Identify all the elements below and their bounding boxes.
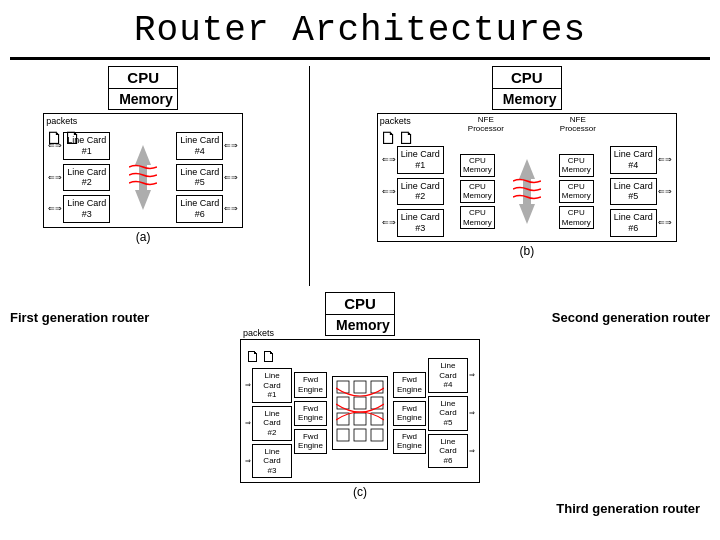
arrow-icon: ⇐⇒ [382, 218, 396, 227]
gen2-cpumem2: CPUMemory [460, 180, 495, 203]
gen1-cpu-label: CPU [109, 67, 177, 89]
arrow-icon: ⇐⇒ [658, 218, 672, 227]
gen3-fwd-left: FwdEngine FwdEngine FwdEngine [294, 372, 327, 454]
gen3-fwd4: FwdEngine [393, 372, 426, 397]
gen1-arch-label: (a) [43, 230, 243, 244]
gen2-diagram: CPU Memory packets 🗋🗋 NFEProcessor NFEPr… [377, 66, 677, 258]
svg-rect-5 [337, 397, 349, 409]
svg-rect-3 [354, 381, 366, 393]
gen3-diagram: CPU Memory packets 🗋🗋 ⇒ L [240, 292, 480, 499]
gen1-cpu-mem: CPU Memory [108, 66, 178, 110]
arrow-icon: ⇐⇒ [224, 141, 238, 150]
gen1-lc6: Line Card#6 [176, 195, 223, 223]
arrow-icon: ⇒ [245, 419, 251, 427]
arrow-icon: ⇐⇒ [658, 155, 672, 164]
svg-rect-13 [371, 429, 383, 441]
svg-rect-4 [371, 381, 383, 393]
arrow-icon: ⇐⇒ [382, 187, 396, 196]
gen2-lc6: Line Card#6 [610, 209, 657, 237]
arrow-icon: ⇒ [469, 447, 475, 455]
gen2-cpu-label: CPU [493, 67, 561, 89]
gen1-center-arrow [129, 145, 157, 210]
gen3-arch-label: (c) [240, 485, 480, 499]
gen3-fwd5: FwdEngine [393, 401, 426, 426]
gen3-lc6: Line Card#6 [428, 434, 468, 469]
gen1-lc5: Line Card#5 [176, 164, 223, 192]
arrow-icon: ⇐⇒ [48, 173, 62, 182]
arrow-icon: ⇒ [469, 409, 475, 417]
svg-rect-9 [354, 413, 366, 425]
gen2-nfe1-label: NFEProcessor [468, 116, 504, 134]
gen2-arch-label: (b) [377, 244, 677, 258]
arrow-icon: ⇐⇒ [224, 204, 238, 213]
gen2-lc2: Line Card#2 [397, 178, 444, 206]
arrow-icon: ⇐⇒ [382, 155, 396, 164]
gen3-lc1: Line Card#1 [252, 368, 292, 403]
gen1-mem-label: Memory [109, 89, 177, 109]
gen2-mem-label: Memory [493, 89, 561, 109]
gen1-lc3: Line Card#3 [63, 195, 110, 223]
gen3-fwd3: FwdEngine [294, 429, 327, 454]
gen3-fwd6: FwdEngine [393, 429, 426, 454]
gen1-packets-label: packets [46, 116, 82, 126]
gen2-cpu-mem: CPU Memory [492, 66, 562, 110]
gen2-left-cards: ⇐⇒ Line Card#1 ⇐⇒ Line Card#2 ⇐⇒ Line Ca… [382, 146, 444, 237]
gen1-lc4: Line Card#4 [176, 132, 223, 160]
gen2-packets-label: packets [380, 116, 416, 126]
svg-marker-1 [519, 159, 535, 224]
gen3-lc4: Line Card#4 [428, 358, 468, 393]
gen2-cpu-cards-right: CPUMemory CPUMemory CPUMemory [559, 154, 594, 230]
gen3-fwd1: FwdEngine [294, 372, 327, 397]
gen3-label: Third generation router [556, 501, 700, 516]
gen2-cpumem3: CPUMemory [460, 206, 495, 229]
gen2-cpumem4: CPUMemory [559, 154, 594, 177]
gen3-packets-label: packets [243, 328, 274, 338]
svg-marker-0 [135, 145, 151, 210]
gen2-cpumem6: CPUMemory [559, 206, 594, 229]
gen2-center-arrow [513, 159, 541, 224]
gen2-cpu-cards-left: CPUMemory CPUMemory CPUMemory [460, 154, 495, 230]
gen2-label: Second generation router [550, 290, 710, 325]
svg-rect-11 [337, 429, 349, 441]
svg-rect-7 [371, 397, 383, 409]
gen3-fwd2: FwdEngine [294, 401, 327, 426]
svg-rect-6 [354, 397, 366, 409]
gen2-cpumem5: CPUMemory [559, 180, 594, 203]
gen3-packets-icon: 🗋🗋 [245, 348, 277, 366]
gen2-lc4: Line Card#4 [610, 146, 657, 174]
gen2-lc3: Line Card#3 [397, 209, 444, 237]
arrow-icon: ⇐⇒ [48, 204, 62, 213]
gen1-packets-icon: 🗋🗋 [46, 128, 82, 149]
arrow-icon: ⇒ [245, 381, 251, 389]
arrow-icon: ⇐⇒ [224, 173, 238, 182]
arrow-icon: ⇒ [469, 371, 475, 379]
gen3-switch-fabric [332, 376, 388, 450]
gen2-cpumem1: CPUMemory [460, 154, 495, 177]
gen3-lc3: Line Card#3 [252, 444, 292, 479]
arrow-icon: ⇐⇒ [658, 187, 672, 196]
gen2-lc5: Line Card#5 [610, 178, 657, 206]
gen3-lc5: Line Card#5 [428, 396, 468, 431]
gen2-right-cards: Line Card#4 ⇐⇒ Line Card#5 ⇐⇒ Line Card#… [610, 146, 672, 237]
svg-rect-12 [354, 429, 366, 441]
svg-rect-2 [337, 381, 349, 393]
gen3-cpu-mem: CPU Memory [325, 292, 395, 336]
gen2-lc1: Line Card#1 [397, 146, 444, 174]
gen1-right-cards: Line Card#4 ⇐⇒ Line Card#5 ⇐⇒ Line Card#… [176, 132, 238, 223]
gen3-mem-label: Memory [326, 315, 394, 335]
gen1-lc2: Line Card#2 [63, 164, 110, 192]
gen3-fwd-right: FwdEngine FwdEngine FwdEngine [393, 372, 426, 454]
gen3-lc2: Line Card#2 [252, 406, 292, 441]
page-title: Router Architectures [0, 0, 720, 57]
gen3-cpu-label: CPU [326, 293, 394, 315]
gen2-packets-icon: 🗋🗋 [380, 128, 416, 149]
vertical-divider [309, 66, 310, 286]
gen2-nfe2-label: NFEProcessor [560, 116, 596, 134]
gen3-right-cards: Line Card#4 ⇒ Line Card#5 ⇒ Line Card#6 … [428, 358, 475, 468]
top-divider [10, 57, 710, 60]
arrow-icon: ⇒ [245, 457, 251, 465]
gen1-diagram: CPU Memory packets 🗋🗋 ⇐⇒ Line Card#1 [43, 66, 243, 244]
gen1-label: First generation router [10, 290, 170, 325]
